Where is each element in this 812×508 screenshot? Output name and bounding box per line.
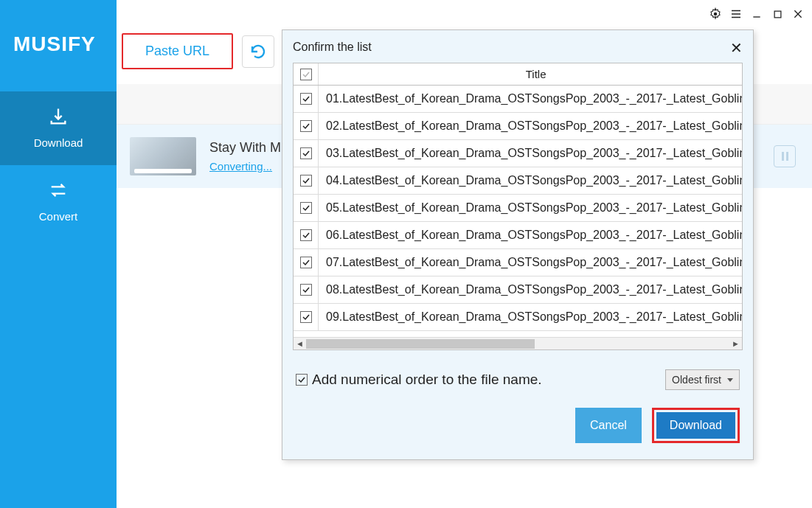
file-list-grid: Title 01.LatestBest_of_Korean_Drama_OSTS… xyxy=(293,63,743,350)
numerical-order-label: Add numerical order to the file name. xyxy=(312,372,542,388)
pause-button[interactable] xyxy=(774,145,796,167)
menu-icon[interactable] xyxy=(728,6,744,22)
queue-title: Stay With M xyxy=(209,140,281,156)
row-checkbox[interactable] xyxy=(300,257,312,268)
table-row[interactable]: 09.LatestBest_of_Korean_Drama_OSTSongsPo… xyxy=(294,304,742,331)
row-checkbox[interactable] xyxy=(300,229,312,241)
paste-url-button[interactable]: Paste URL xyxy=(122,33,233,69)
row-title: 08.LatestBest_of_Korean_Drama_OSTSongsPo… xyxy=(319,276,742,303)
row-checkbox[interactable] xyxy=(300,93,312,105)
cancel-button[interactable]: Cancel xyxy=(575,408,642,443)
settings-icon[interactable] xyxy=(707,6,723,22)
row-title: 05.LatestBest_of_Korean_Drama_OSTSongsPo… xyxy=(319,195,742,221)
row-title: 02.LatestBest_of_Korean_Drama_OSTSongsPo… xyxy=(319,113,742,139)
row-checkbox[interactable] xyxy=(300,202,312,214)
row-checkbox[interactable] xyxy=(300,284,312,296)
refresh-button[interactable] xyxy=(242,35,274,68)
horizontal-scrollbar[interactable]: ◄ ► xyxy=(294,337,742,349)
maximize-icon[interactable] xyxy=(769,6,785,22)
sidebar-item-convert[interactable]: Convert xyxy=(0,165,117,239)
select-all-checkbox[interactable] xyxy=(300,69,312,80)
grid-header-title: Title xyxy=(319,63,742,85)
svg-rect-5 xyxy=(774,11,781,18)
numerical-order-checkbox[interactable] xyxy=(296,374,308,386)
grid-header-row: Title xyxy=(294,63,742,86)
download-icon xyxy=(0,106,117,129)
table-row[interactable]: 06.LatestBest_of_Korean_Drama_OSTSongsPo… xyxy=(294,222,742,249)
table-row[interactable]: 04.LatestBest_of_Korean_Drama_OSTSongsPo… xyxy=(294,167,742,195)
toolbar: Paste URL xyxy=(122,33,274,69)
download-button[interactable]: Download xyxy=(656,412,735,439)
row-title: 04.LatestBest_of_Korean_Drama_OSTSongsPo… xyxy=(319,167,742,194)
sidebar: MUSIFY Download Convert xyxy=(0,0,117,508)
minimize-icon[interactable] xyxy=(749,6,765,22)
svg-point-0 xyxy=(714,13,718,16)
table-row[interactable]: 02.LatestBest_of_Korean_Drama_OSTSongsPo… xyxy=(294,113,742,140)
row-checkbox[interactable] xyxy=(300,311,312,323)
row-title: 09.LatestBest_of_Korean_Drama_OSTSongsPo… xyxy=(319,304,742,330)
table-row[interactable]: 03.LatestBest_of_Korean_Drama_OSTSongsPo… xyxy=(294,140,742,167)
app-logo: MUSIFY xyxy=(0,0,117,56)
table-row[interactable]: 07.LatestBest_of_Korean_Drama_OSTSongsPo… xyxy=(294,249,742,276)
sort-order-select[interactable]: Oldest first xyxy=(665,369,740,390)
row-title: 03.LatestBest_of_Korean_Drama_OSTSongsPo… xyxy=(319,140,742,167)
dialog-close-icon[interactable]: ✕ xyxy=(730,39,743,57)
row-title: 01.LatestBest_of_Korean_Drama_OSTSongsPo… xyxy=(319,86,742,112)
close-icon[interactable] xyxy=(790,6,806,22)
download-button-highlight: Download xyxy=(652,408,740,443)
titlebar xyxy=(707,6,806,22)
dialog-title: Confirm the list xyxy=(293,41,372,53)
table-row[interactable]: 08.LatestBest_of_Korean_Drama_OSTSongsPo… xyxy=(294,276,742,304)
row-checkbox[interactable] xyxy=(300,120,312,132)
sidebar-item-label: Convert xyxy=(0,210,117,223)
table-row[interactable]: 05.LatestBest_of_Korean_Drama_OSTSongsPo… xyxy=(294,195,742,222)
row-title: 07.LatestBest_of_Korean_Drama_OSTSongsPo… xyxy=(319,249,742,276)
sidebar-item-label: Download xyxy=(0,136,117,149)
confirm-list-dialog: Confirm the list ✕ Title 01.LatestBest_o… xyxy=(282,29,754,460)
table-row[interactable]: 01.LatestBest_of_Korean_Drama_OSTSongsPo… xyxy=(294,86,742,113)
convert-icon xyxy=(0,180,117,203)
row-title: 06.LatestBest_of_Korean_Drama_OSTSongsPo… xyxy=(319,222,742,248)
sidebar-item-download[interactable]: Download xyxy=(0,91,117,165)
queue-status: Converting... xyxy=(209,160,281,173)
row-checkbox[interactable] xyxy=(300,147,312,159)
row-checkbox[interactable] xyxy=(300,175,312,187)
queue-thumbnail xyxy=(130,137,196,175)
numerical-order-option[interactable]: Add numerical order to the file name. xyxy=(296,372,542,388)
